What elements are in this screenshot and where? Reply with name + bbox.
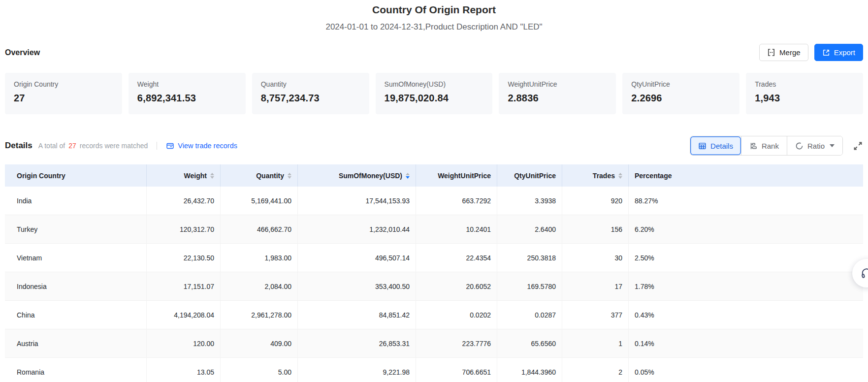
stat-card: Trades1,943 <box>746 73 863 114</box>
column-header-label: Quantity <box>256 172 284 180</box>
table-icon <box>698 142 707 150</box>
column-header-7: Percentage <box>629 164 863 187</box>
stat-card-label: QtyUnitPrice <box>631 80 731 88</box>
column-header-6[interactable]: Trades <box>562 164 629 187</box>
sort-icon[interactable] <box>288 173 291 179</box>
stat-card-value: 2.8836 <box>508 93 607 104</box>
view-switcher: Details Rank Ratio <box>690 136 843 156</box>
table-cell: 1 <box>562 329 629 358</box>
stat-card-label: Trades <box>755 80 854 88</box>
table-cell: 4,194,208.04 <box>147 301 221 329</box>
table-row: Turkey120,312.70466,662.701,232,010.4410… <box>5 215 863 244</box>
column-header-label: QtyUnitPrice <box>514 172 556 180</box>
table-row: Vietnam22,130.501,983.00496,507.1422.435… <box>5 244 863 272</box>
column-header-4: WeightUnitPrice <box>416 164 497 187</box>
table-cell: 5,169,441.00 <box>221 187 298 215</box>
overview-actions: Merge Export <box>759 44 863 61</box>
table-cell: 377 <box>562 301 629 329</box>
stat-card-label: Origin Country <box>14 80 113 88</box>
table-cell: 120.00 <box>147 329 221 358</box>
table-cell: 120,312.70 <box>147 215 221 244</box>
overview-header: Overview Merge Export <box>5 44 863 61</box>
stat-card-label: Quantity <box>261 80 360 88</box>
stat-card: WeightUnitPrice2.8836 <box>499 73 616 114</box>
cell-origin-country: Turkey <box>5 215 147 244</box>
stat-card-label: WeightUnitPrice <box>508 80 607 88</box>
tab-ratio-label: Ratio <box>807 142 825 150</box>
export-icon <box>822 49 830 57</box>
table-header-row: Origin CountryWeightQuantitySumOfMoney(U… <box>5 164 863 187</box>
cell-origin-country: Romania <box>5 358 147 382</box>
table-cell: 65.6560 <box>497 329 562 358</box>
column-header-label: SumOfMoney(USD) <box>339 172 402 180</box>
table-cell: 1,844.3960 <box>497 358 562 382</box>
export-button[interactable]: Export <box>814 44 863 61</box>
table-cell: 88.27% <box>629 187 863 215</box>
table-cell: 9,221.98 <box>298 358 416 382</box>
tab-rank[interactable]: Rank <box>741 136 787 155</box>
table-cell: 5.00 <box>221 358 298 382</box>
tab-ratio[interactable]: Ratio <box>787 136 842 155</box>
table-cell: 17,544,153.93 <box>298 187 416 215</box>
match-suffix: records were matched <box>80 142 148 150</box>
match-summary: A total of 27 records were matched <box>38 142 148 150</box>
stat-card-value: 6,892,341.53 <box>137 93 237 104</box>
match-prefix: A total of <box>38 142 65 150</box>
table-cell: 2.50% <box>629 244 863 272</box>
merge-button-label: Merge <box>779 48 801 57</box>
sort-icon[interactable] <box>406 173 410 179</box>
cell-origin-country: China <box>5 301 147 329</box>
column-header-1[interactable]: Weight <box>147 164 221 187</box>
sort-icon[interactable] <box>210 173 214 179</box>
stat-card: SumOfMoney(USD)19,875,020.84 <box>376 73 493 114</box>
column-header-label: Weight <box>184 172 207 180</box>
column-header-label: Trades <box>593 172 615 180</box>
table-cell: 920 <box>562 187 629 215</box>
page-subtitle: 2024-01-01 to 2024-12-31,Product Descrip… <box>0 22 868 32</box>
table-cell: 0.14% <box>629 329 863 358</box>
merge-button[interactable]: Merge <box>759 44 808 61</box>
tab-details[interactable]: Details <box>690 136 741 155</box>
column-header-3[interactable]: SumOfMoney(USD) <box>298 164 416 187</box>
page-title: Country Of Origin Report <box>0 4 868 16</box>
cell-origin-country: Vietnam <box>5 244 147 272</box>
table-cell: 17 <box>562 272 629 301</box>
cell-origin-country: Austria <box>5 329 147 358</box>
table-cell: 466,662.70 <box>221 215 298 244</box>
stat-card-value: 27 <box>14 93 113 104</box>
stat-card: Origin Country27 <box>5 73 122 114</box>
table-cell: 6.20% <box>629 215 863 244</box>
table-cell: 223.7776 <box>416 329 497 358</box>
details-header: Details A total of 27 records were match… <box>5 136 863 156</box>
fullscreen-button[interactable] <box>853 141 863 151</box>
table-cell: 84,851.42 <box>298 301 416 329</box>
stat-card-value: 19,875,020.84 <box>385 93 484 104</box>
column-header-label: Origin Country <box>17 172 65 180</box>
column-header-label: Percentage <box>635 172 672 180</box>
view-trade-records-link[interactable]: View trade records <box>166 142 237 150</box>
table-cell: 1,983.00 <box>221 244 298 272</box>
rank-icon <box>749 142 758 150</box>
cell-origin-country: India <box>5 187 147 215</box>
headset-icon <box>860 267 868 280</box>
stat-card-value: 8,757,234.73 <box>261 93 360 104</box>
sort-icon[interactable] <box>618 173 622 179</box>
match-count: 27 <box>68 142 76 150</box>
stat-card: Quantity8,757,234.73 <box>252 73 369 114</box>
table-cell: 250.3818 <box>497 244 562 272</box>
stat-card-value: 1,943 <box>755 93 854 104</box>
merge-cells-icon <box>767 48 775 57</box>
table-cell: 663.7292 <box>416 187 497 215</box>
table-row: India26,432.705,169,441.0017,544,153.936… <box>5 187 863 215</box>
table-cell: 2,084.00 <box>221 272 298 301</box>
table-cell: 13.05 <box>147 358 221 382</box>
view-trade-records-label: View trade records <box>178 142 237 150</box>
table-cell: 2 <box>562 358 629 382</box>
stat-card-value: 2.2696 <box>631 93 731 104</box>
overview-label: Overview <box>5 48 40 57</box>
table-cell: 169.5780 <box>497 272 562 301</box>
table-cell: 409.00 <box>221 329 298 358</box>
table-row: Austria120.00409.0026,853.31223.777665.6… <box>5 329 863 358</box>
column-header-2[interactable]: Quantity <box>221 164 298 187</box>
table-cell: 10.2401 <box>416 215 497 244</box>
